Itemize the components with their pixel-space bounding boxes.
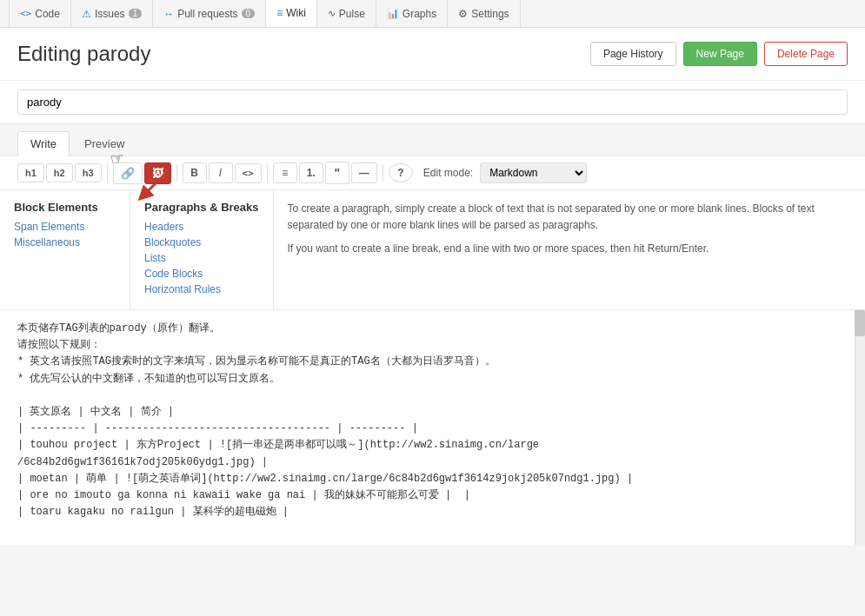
- wiki-icon: ≡: [276, 7, 283, 19]
- help-code-blocks-link[interactable]: Code Blocks: [144, 268, 259, 280]
- page-header: Editing parody Page History New Page Del…: [0, 28, 865, 81]
- page-history-button[interactable]: Page History: [590, 42, 676, 66]
- graphs-icon: 📊: [387, 8, 399, 19]
- header-buttons: Page History New Page Delete Page: [590, 42, 848, 66]
- editor-scroll-container: 本页储存TAG列表的parody（原作）翻译。 请按照以下规则： * 英文名请按…: [0, 310, 865, 545]
- page-title: Editing parody: [17, 42, 150, 66]
- edit-mode-select[interactable]: Markdown AsciiDoc Creole Org-Mode Pod RD…: [480, 162, 587, 183]
- scrollbar-track[interactable]: [855, 310, 865, 545]
- tab-preview[interactable]: Preview: [71, 131, 137, 156]
- nav-issues[interactable]: ⚠ Issues 1: [71, 0, 153, 27]
- ul-button[interactable]: ≡: [273, 162, 297, 183]
- nav-pull-requests[interactable]: ↔ Pull requests 0: [153, 0, 266, 27]
- help-description: To create a paragraph, simply create a b…: [274, 190, 865, 309]
- issues-icon: ⚠: [82, 8, 91, 20]
- pr-icon: ↔: [163, 8, 174, 20]
- bold-button[interactable]: B: [183, 162, 207, 183]
- help-linebreak-text: If you want to create a line break, end …: [288, 241, 851, 257]
- help-col-2-heading: Paragraphs & Breaks: [144, 201, 259, 214]
- image-button[interactable]: 🖼: [144, 162, 171, 184]
- help-col-1-heading: Block Elements: [14, 201, 116, 214]
- toolbar-separator-1: [107, 164, 108, 182]
- code-icon: <>: [20, 8, 31, 19]
- help-blockquotes-link[interactable]: Blockquotes: [144, 236, 259, 248]
- h1-button[interactable]: h1: [17, 163, 44, 182]
- h2-button[interactable]: h2: [46, 163, 73, 182]
- editor-textarea[interactable]: 本页储存TAG列表的parody（原作）翻译。 请按照以下规则： * 英文名请按…: [0, 310, 865, 545]
- hr-button[interactable]: —: [351, 162, 377, 183]
- italic-button[interactable]: I: [209, 162, 233, 183]
- nav-pulse-label: Pulse: [339, 8, 365, 20]
- help-paragraph-text: To create a paragraph, simply create a b…: [288, 201, 851, 234]
- pr-badge: 0: [242, 9, 256, 18]
- toolbar-separator-4: [383, 164, 383, 182]
- editor-toolbar: h1 h2 h3 🔗 🖼 B I <> ≡ 1. " — ? Edit mode…: [0, 156, 865, 190]
- blockquote-button[interactable]: ": [325, 162, 349, 184]
- toolbar-separator-2: [176, 164, 177, 182]
- page-name-section: [0, 81, 865, 124]
- tab-write[interactable]: Write: [17, 131, 70, 156]
- nav-wiki-label: Wiki: [286, 7, 306, 19]
- nav-wiki[interactable]: ≡ Wiki: [266, 0, 317, 27]
- page-name-input[interactable]: [17, 89, 848, 115]
- main-content: Editing parody Page History New Page Del…: [0, 28, 865, 545]
- nav-issues-label: Issues: [95, 8, 125, 20]
- ol-button[interactable]: 1.: [299, 162, 323, 183]
- nav-graphs-label: Graphs: [403, 8, 436, 20]
- help-button[interactable]: ?: [389, 163, 413, 182]
- help-col-1: Block Elements Span Elements Miscellaneo…: [0, 190, 130, 309]
- issues-badge: 1: [129, 9, 143, 18]
- delete-page-button[interactable]: Delete Page: [764, 42, 848, 66]
- settings-icon: ⚙: [458, 8, 468, 20]
- toolbar-separator-3: [267, 164, 268, 182]
- help-miscellaneous-link[interactable]: Miscellaneous: [14, 236, 116, 248]
- nav-graphs[interactable]: 📊 Graphs: [376, 0, 448, 27]
- nav-settings[interactable]: ⚙ Settings: [448, 0, 520, 27]
- help-lists-link[interactable]: Lists: [144, 252, 259, 264]
- help-headers-link[interactable]: Headers: [144, 221, 259, 233]
- top-nav: <> Code ⚠ Issues 1 ↔ Pull requests 0 ≡ W…: [0, 0, 865, 28]
- tab-bar: Write Preview: [0, 124, 865, 156]
- edit-mode-label: Edit mode:: [423, 167, 473, 179]
- nav-pulse[interactable]: ∿ Pulse: [317, 0, 376, 27]
- nav-pr-label: Pull requests: [177, 8, 237, 20]
- help-panel: Block Elements Span Elements Miscellaneo…: [0, 190, 865, 310]
- h3-button[interactable]: h3: [75, 163, 102, 182]
- scrollbar-thumb[interactable]: [855, 310, 865, 336]
- nav-settings-label: Settings: [471, 8, 509, 20]
- new-page-button[interactable]: New Page: [683, 42, 757, 66]
- code-button[interactable]: <>: [235, 163, 262, 183]
- nav-code-label: Code: [35, 8, 60, 20]
- help-horizontal-rules-link[interactable]: Horizontal Rules: [144, 283, 259, 295]
- pulse-icon: ∿: [328, 8, 336, 19]
- help-span-elements-link[interactable]: Span Elements: [14, 221, 116, 233]
- link-button[interactable]: 🔗: [113, 162, 143, 184]
- help-col-2: Paragraphs & Breaks Headers Blockquotes …: [130, 190, 274, 309]
- nav-code[interactable]: <> Code: [9, 0, 71, 27]
